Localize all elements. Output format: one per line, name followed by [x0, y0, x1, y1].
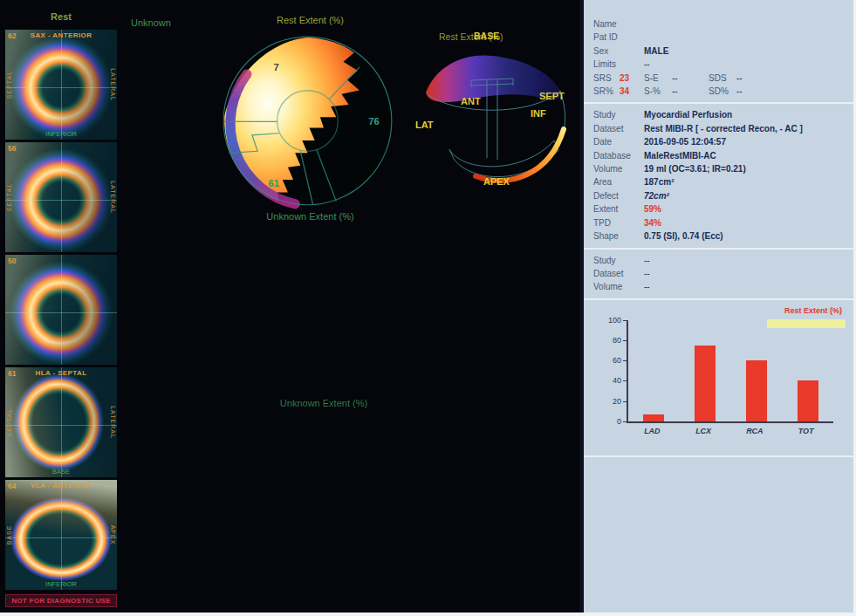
- section-divider: [584, 455, 856, 457]
- section-divider: [584, 248, 856, 250]
- pair2-value: --: [736, 85, 773, 98]
- field-label: Date: [593, 135, 644, 148]
- field-label: Limits: [593, 58, 644, 71]
- polar-value-right: 76: [368, 116, 380, 127]
- field-value: 19 ml (OC=3.61; IR=0.21): [644, 164, 746, 174]
- field-label: Name: [593, 17, 644, 31]
- panel-row: Volume19 ml (OC=3.61; IR=0.21): [593, 162, 847, 175]
- field-value: Rest MIBI-R [ - corrected Recon, - AC ]: [644, 124, 803, 133]
- score-row: SR%34S-%--SD%--: [593, 85, 847, 98]
- panel-row: Extent59%: [593, 202, 847, 216]
- slice-number: 50: [8, 257, 16, 265]
- slice-right-label: LATERAL: [110, 181, 116, 214]
- field-label: Study: [593, 108, 644, 121]
- chart-legend: Rest Extent (%): [784, 306, 842, 315]
- slice-right-label: APEX: [110, 525, 116, 545]
- panel-row: Pat ID: [593, 31, 847, 44]
- y-tick-label-80: 80: [595, 336, 621, 345]
- slice-crosshair-horizontal: [5, 537, 117, 538]
- panel-row: TPD34%: [593, 216, 847, 229]
- cardiac-slice-3[interactable]: 50: [5, 255, 117, 365]
- score-label: SRS: [593, 72, 620, 85]
- cardiac-slice-5[interactable]: 64VLA - ANTERIORBASEAPEXINFERIOR: [5, 480, 117, 590]
- score-value: 23: [620, 72, 644, 85]
- pair1-label: S-%: [644, 85, 672, 98]
- qps-application-window: Rest 62SAX - ANTERIORSEPTALLATERALINFERI…: [0, 0, 856, 616]
- bar-rca: [746, 360, 767, 421]
- slice-crosshair-horizontal: [5, 312, 117, 313]
- page-bottom-edge: [0, 613, 856, 616]
- polar-value-bottom: 61: [268, 178, 279, 188]
- polar-value-top: 7: [274, 62, 279, 72]
- y-tick-label-60: 60: [595, 356, 621, 365]
- slice-number: 56: [8, 144, 16, 153]
- base-orientation-label: BASE: [474, 31, 499, 41]
- y-tick-mark: [623, 401, 627, 402]
- field-value: 187cm²: [644, 177, 674, 187]
- surface-orange-arc: [476, 129, 564, 181]
- cardiac-slice-4[interactable]: 61HLA - SEPTALSEPTALLATERALBASE: [5, 367, 117, 477]
- slice-crosshair-vertical: [61, 255, 62, 365]
- extent-bar-chart: Rest Extent (%) 020406080100 LADLCXRCATO…: [593, 305, 847, 451]
- bar-slot-rca: [746, 320, 767, 421]
- field-value: --: [644, 256, 650, 265]
- pair1-value: --: [672, 72, 709, 85]
- field-value: MALE: [644, 46, 668, 56]
- cardiac-slice-2[interactable]: 56SEPTALLATERAL: [5, 142, 117, 252]
- panel-row: Limits--: [593, 58, 847, 71]
- field-label: Volume: [593, 162, 644, 175]
- field-label: TPD: [593, 216, 644, 229]
- x-label-lad: LAD: [634, 427, 669, 435]
- slice-orientation-title: SAX - ANTERIOR: [5, 31, 117, 39]
- slice-orientation-title: HLA - SEPTAL: [5, 369, 117, 377]
- panel-row: Defect72cm²: [593, 189, 847, 202]
- slice-bottom-label: INFERIOR: [5, 130, 117, 138]
- rest-series-label: Rest: [5, 11, 117, 22]
- inf-label: INF: [531, 108, 546, 119]
- slice-bottom-label: INFERIOR: [5, 580, 117, 588]
- rest-extent-polar-map[interactable]: 7 76 61: [218, 35, 397, 214]
- panel-row: Area187cm²: [593, 175, 847, 188]
- field-label: Pat ID: [593, 31, 644, 44]
- rest-extent-3d-surface[interactable]: LAT ANT SEPT INF APEX: [410, 40, 580, 206]
- field-label: Volume: [593, 280, 644, 293]
- x-label-lcx: LCX: [686, 427, 721, 435]
- panel-row: DatabaseMaleRestMIBI-AC: [593, 149, 847, 162]
- pair1-value: --: [672, 85, 709, 98]
- field-label: Area: [593, 175, 644, 188]
- slice-bottom-label: BASE: [5, 468, 117, 476]
- y-tick-mark: [623, 421, 627, 422]
- y-tick-label-0: 0: [595, 417, 621, 426]
- apex-label: APEX: [483, 176, 510, 187]
- slice-right-label: LATERAL: [110, 68, 116, 101]
- panel-row: Volume--: [593, 280, 847, 293]
- polar-map-title: Rest Extent (%): [247, 15, 373, 25]
- y-tick-mark: [623, 380, 627, 381]
- results-panel: NamePat IDSexMALELimits--SRS23S-E--SDS--…: [579, 0, 856, 616]
- cardiac-slice-1[interactable]: 62SAX - ANTERIORSEPTALLATERALINFERIOR: [5, 30, 117, 140]
- panel-row: Name: [593, 17, 847, 31]
- unknown-series-label: Unknown: [131, 17, 171, 28]
- patient-info-section: NamePat IDSexMALELimits--SRS23S-E--SDS--…: [593, 17, 847, 98]
- field-label: Dataset: [593, 122, 644, 135]
- y-tick-mark: [623, 360, 627, 361]
- panel-row: Date2016-09-05 12:04:57: [593, 135, 847, 148]
- score-value: 34: [620, 85, 644, 98]
- rest-study-section: StudyMyocardial PerfusionDatasetRest MIB…: [593, 108, 847, 243]
- y-tick-mark: [623, 320, 627, 321]
- field-label: Sex: [593, 44, 644, 58]
- panel-row: Shape0.75 (SI), 0.74 (Ecc): [593, 229, 847, 243]
- slice-list: 62SAX - ANTERIORSEPTALLATERALINFERIOR56S…: [5, 30, 117, 592]
- field-value: 72cm²: [644, 191, 669, 201]
- slice-left-label: SEPTAL: [6, 408, 12, 436]
- section-divider: [584, 298, 856, 300]
- slice-crosshair-vertical: [61, 142, 62, 252]
- field-value: --: [644, 269, 650, 278]
- slice-left-label: SEPTAL: [6, 183, 12, 211]
- field-value: 2016-09-05 12:04:57: [644, 137, 726, 147]
- slice-crosshair-horizontal: [5, 87, 117, 88]
- field-value: --: [644, 282, 650, 291]
- y-tick-label-40: 40: [595, 376, 621, 385]
- x-label-rca: RCA: [737, 427, 772, 435]
- field-value: Myocardial Perfusion: [644, 110, 732, 120]
